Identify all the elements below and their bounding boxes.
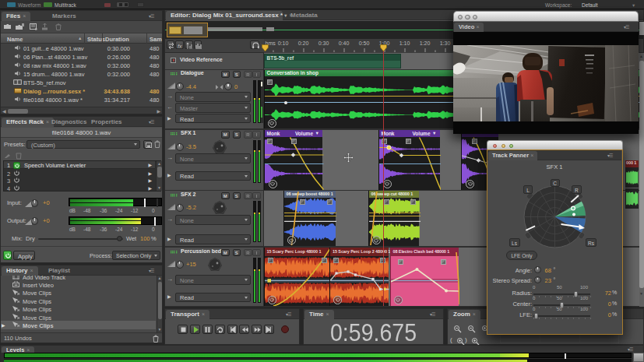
svg-text:fx: fx: [178, 44, 182, 49]
